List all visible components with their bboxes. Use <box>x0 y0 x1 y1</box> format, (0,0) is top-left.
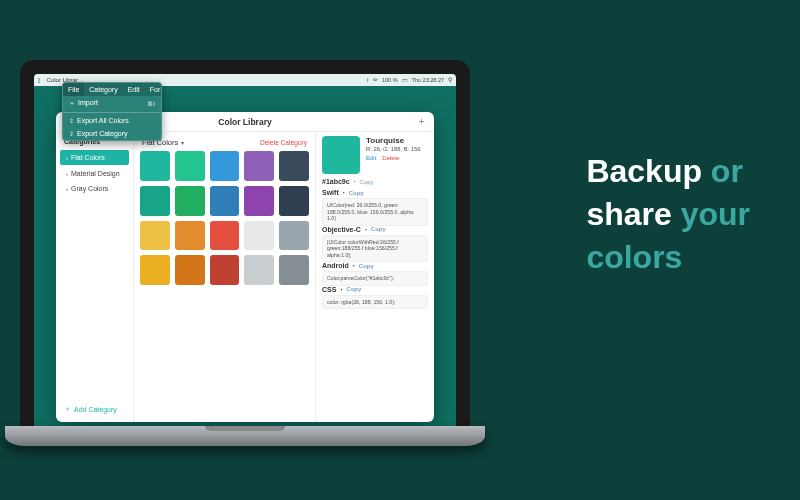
laptop-bezel:  Color Librar… ᚼ ✏ 100 % ▭ Thu 23:28:27… <box>20 60 470 426</box>
color-swatch[interactable] <box>279 186 309 216</box>
copy-snippet-button[interactable]: Copy <box>359 263 374 269</box>
color-name: Tourquise <box>366 136 420 145</box>
chevron-down-icon: ▾ <box>181 139 184 146</box>
battery-percentage: 100 % <box>382 77 398 83</box>
color-swatch[interactable] <box>210 151 240 181</box>
laptop-frame:  Color Librar… ᚼ ✏ 100 % ▭ Thu 23:28:27… <box>20 60 470 446</box>
promo-strong-2: share <box>586 196 671 232</box>
code-snippet-body: Color.parseColor("#1abc9c"); <box>322 271 428 286</box>
add-color-button[interactable]: ＋ <box>417 115 426 128</box>
promo-text-1: or <box>702 153 743 189</box>
export-icon: ⇪ <box>69 118 74 124</box>
code-snippet-body: UIColor(red: 26.0/255.0, green: 188.0/25… <box>322 198 428 226</box>
delete-color-button[interactable]: Delete <box>382 155 399 161</box>
color-swatch[interactable] <box>279 221 309 251</box>
color-swatch[interactable] <box>244 186 274 216</box>
separator: · <box>340 286 342 293</box>
color-swatch[interactable] <box>244 255 274 285</box>
color-swatch[interactable] <box>140 186 170 216</box>
code-snippet-language: Objective-C <box>322 226 361 233</box>
menu-separator <box>63 112 161 113</box>
color-swatch[interactable] <box>175 186 205 216</box>
sidebar-item-flat-colors[interactable]: › Flat Colors <box>60 150 129 165</box>
menu-item-import[interactable]: ＋Import ⌘I <box>63 96 161 111</box>
menu-item-label: Export Category <box>77 130 128 137</box>
battery-icon: ▭ <box>402 77 408 83</box>
color-swatch[interactable] <box>279 151 309 181</box>
promo-headline: Backup or share your colors <box>586 150 750 280</box>
laptop-base <box>5 426 485 446</box>
code-snippet-language: CSS <box>322 286 336 293</box>
color-swatch[interactable] <box>279 255 309 285</box>
code-snippet: Objective-C·Copy[UIColor colorWithRed:26… <box>322 226 428 263</box>
sidebar-item-material-design[interactable]: › Material Design <box>56 166 133 181</box>
menu-tab-format[interactable]: For <box>145 83 162 96</box>
code-snippet-language: Swift <box>322 189 339 196</box>
add-category-button[interactable]: ＋ Add Category <box>56 398 133 422</box>
copy-hex-button[interactable]: Copy <box>360 179 374 185</box>
plus-icon: ＋ <box>64 404 71 414</box>
window-title: Color Library <box>218 117 271 127</box>
color-grid <box>140 151 309 285</box>
app-window: Color Library ＋ Categories › Flat Colors… <box>56 112 434 422</box>
code-snippet: Android·CopyColor.parseColor("#1abc9c"); <box>322 262 428 286</box>
color-swatch[interactable] <box>140 255 170 285</box>
laptop-screen:  Color Librar… ᚼ ✏ 100 % ▭ Thu 23:28:27… <box>34 74 456 426</box>
code-snippet: Swift·CopyUIColor(red: 26.0/255.0, green… <box>322 189 428 226</box>
separator: · <box>365 226 367 233</box>
swatch-grid-panel: Flat Colors ▾ Delete Category <box>134 132 316 422</box>
menu-item-export-category[interactable]: ⇪Export Category <box>63 127 161 140</box>
copy-snippet-button[interactable]: Copy <box>349 190 364 196</box>
color-swatch[interactable] <box>175 221 205 251</box>
sidebar-item-label: Gray Colors <box>71 185 108 192</box>
color-hex-value: #1abc9c <box>322 178 350 185</box>
color-swatch[interactable] <box>210 221 240 251</box>
promo-text-3: colors <box>586 239 682 275</box>
code-snippet: CSS·Copycolor: rgba(26, 188, 156, 1.0); <box>322 286 428 310</box>
color-swatch[interactable] <box>140 221 170 251</box>
color-swatch[interactable] <box>140 151 170 181</box>
code-snippet-body: color: rgba(26, 188, 156, 1.0); <box>322 295 428 310</box>
menu-tab-file[interactable]: File <box>63 83 84 96</box>
menu-tab-edit[interactable]: Edit <box>123 83 145 96</box>
file-menu-dropdown: File Category Edit For ＋Import ⌘I ⇪Expor… <box>62 82 162 141</box>
code-snippet-list: Swift·CopyUIColor(red: 26.0/255.0, green… <box>322 189 428 309</box>
hex-separator: · <box>354 178 356 185</box>
apple-logo-icon:  <box>38 77 41 84</box>
menu-item-export-all[interactable]: ⇪Export All Colors <box>63 114 161 127</box>
sidebar-item-label: Material Design <box>71 170 120 177</box>
categories-sidebar: Categories › Flat Colors › Material Desi… <box>56 132 134 422</box>
sidebar-item-label: Flat Colors <box>71 154 105 161</box>
bluetooth-icon: ᚼ <box>366 77 369 83</box>
color-swatch[interactable] <box>244 151 274 181</box>
color-swatch[interactable] <box>175 255 205 285</box>
color-swatch[interactable] <box>210 186 240 216</box>
sidebar-item-gray-colors[interactable]: › Gray Colors <box>56 181 133 196</box>
chevron-right-icon: › <box>66 171 68 177</box>
color-swatch[interactable] <box>210 255 240 285</box>
color-swatch[interactable] <box>244 221 274 251</box>
color-swatch[interactable] <box>175 151 205 181</box>
promo-text-2: your <box>672 196 750 232</box>
code-snippet-language: Android <box>322 262 349 269</box>
copy-snippet-button[interactable]: Copy <box>371 226 386 232</box>
separator: · <box>353 262 355 269</box>
chevron-right-icon: › <box>66 155 68 161</box>
separator: · <box>343 189 345 196</box>
selected-color-swatch <box>322 136 360 174</box>
delete-category-button[interactable]: Delete Category <box>260 139 307 146</box>
export-icon: ⇪ <box>69 131 74 137</box>
menubar-status-area: ᚼ ✏ 100 % ▭ Thu 23:28:27 ⚲ <box>366 77 452 83</box>
wifi-icon: ✏ <box>373 77 378 83</box>
edit-color-button[interactable]: Edit <box>366 155 376 161</box>
copy-snippet-button[interactable]: Copy <box>346 286 361 292</box>
clock-text: Thu 23:28:27 <box>412 77 444 83</box>
menu-shortcut: ⌘I <box>147 100 155 107</box>
chevron-right-icon: › <box>66 186 68 192</box>
plus-icon: ＋ <box>69 100 75 106</box>
color-detail-panel: Tourquise R: 26, G: 188, B: 156 Edit Del… <box>316 132 434 422</box>
promo-strong-1: Backup <box>586 153 702 189</box>
color-rgb-text: R: 26, G: 188, B: 156 <box>366 146 420 152</box>
spotlight-icon: ⚲ <box>448 77 452 83</box>
menu-tab-category[interactable]: Category <box>84 83 122 96</box>
